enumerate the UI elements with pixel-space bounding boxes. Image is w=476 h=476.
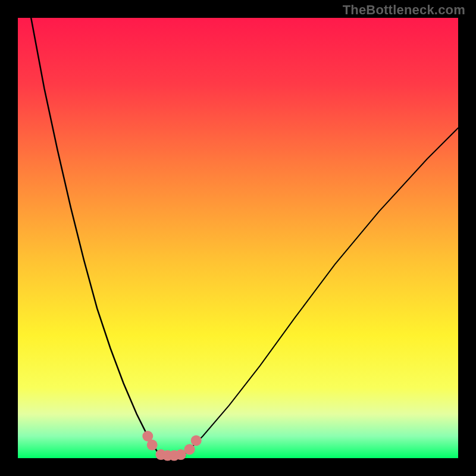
chart-svg	[0, 0, 476, 476]
watermark-text: TheBottleneck.com	[343, 2, 465, 18]
marker-right-low2	[191, 435, 202, 446]
marker-left-low2	[147, 440, 158, 450]
marker-right-low	[184, 444, 195, 455]
chart-frame: TheBottleneck.com	[0, 0, 476, 476]
plot-background	[18, 18, 458, 458]
